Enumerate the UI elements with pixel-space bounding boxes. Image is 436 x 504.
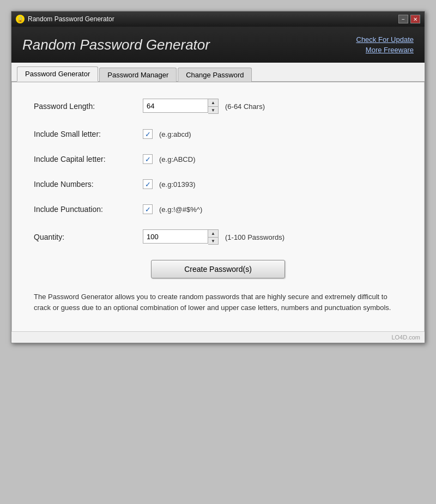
watermark-text: LO4D.com bbox=[391, 334, 420, 341]
password-length-down-button[interactable]: ▼ bbox=[208, 106, 218, 113]
numbers-control: (e.g:01393) bbox=[143, 179, 196, 189]
quantity-row: Quantity: ▲ ▼ (1-100 Passwords) bbox=[34, 229, 402, 245]
password-length-control: ▲ ▼ (6-64 Chars) bbox=[143, 99, 265, 114]
minimize-button[interactable]: − bbox=[398, 15, 408, 23]
password-length-label: Password Length: bbox=[34, 102, 143, 111]
tabs-bar: Password Generator Password Manager Chan… bbox=[11, 63, 425, 82]
header-area: Random Password Generator Check For Upda… bbox=[11, 27, 425, 63]
close-button[interactable]: ✕ bbox=[410, 15, 420, 23]
punctuation-hint: (e.g:!@#$%^) bbox=[159, 205, 202, 214]
small-letter-row: Include Small letter: (e.g:abcd) bbox=[34, 129, 402, 139]
password-length-spinner: ▲ ▼ bbox=[143, 99, 219, 114]
title-bar: 🔒 Random Password Generator − ✕ bbox=[11, 11, 425, 27]
app-icon: 🔒 bbox=[16, 15, 25, 23]
capital-letter-hint: (e.g:ABCD) bbox=[159, 155, 195, 163]
punctuation-control: (e.g:!@#$%^) bbox=[143, 204, 202, 214]
quantity-hint: (1-100 Passwords) bbox=[225, 233, 284, 241]
password-length-input[interactable] bbox=[143, 99, 208, 113]
tab-change-password[interactable]: Change Password bbox=[178, 68, 252, 82]
quantity-down-button[interactable]: ▼ bbox=[208, 237, 218, 244]
quantity-up-button[interactable]: ▲ bbox=[208, 230, 218, 237]
numbers-checkbox[interactable] bbox=[143, 179, 153, 189]
more-freeware-link[interactable]: More Freeware bbox=[366, 46, 414, 54]
capital-letter-label: Include Capital letter: bbox=[34, 155, 143, 163]
quantity-control: ▲ ▼ (1-100 Passwords) bbox=[143, 229, 284, 245]
content-area: Password Length: ▲ ▼ (6-64 Chars) Includ… bbox=[11, 82, 425, 332]
tab-password-generator[interactable]: Password Generator bbox=[17, 66, 98, 82]
main-window: 🔒 Random Password Generator − ✕ Random P… bbox=[11, 11, 425, 343]
description-text: The Password Generator allows you to cre… bbox=[34, 289, 402, 315]
title-bar-left: 🔒 Random Password Generator bbox=[16, 15, 114, 23]
numbers-label: Include Numbers: bbox=[34, 180, 143, 189]
app-title: Random Password Generator bbox=[22, 37, 210, 53]
quantity-spinner-buttons: ▲ ▼ bbox=[208, 229, 219, 245]
numbers-hint: (e.g:01393) bbox=[159, 180, 196, 189]
password-length-row: Password Length: ▲ ▼ (6-64 Chars) bbox=[34, 99, 402, 114]
numbers-row: Include Numbers: (e.g:01393) bbox=[34, 179, 402, 189]
password-length-spinner-buttons: ▲ ▼ bbox=[208, 99, 219, 114]
small-letter-hint: (e.g:abcd) bbox=[159, 130, 191, 138]
title-bar-controls: − ✕ bbox=[398, 15, 420, 23]
watermark-badge: LO4D.com bbox=[11, 332, 425, 343]
quantity-label: Quantity: bbox=[34, 233, 143, 241]
password-length-hint: (6-64 Chars) bbox=[225, 102, 265, 111]
punctuation-label: Include Punctuation: bbox=[34, 205, 143, 214]
password-length-up-button[interactable]: ▲ bbox=[208, 99, 218, 106]
small-letter-control: (e.g:abcd) bbox=[143, 129, 191, 139]
window-title: Random Password Generator bbox=[28, 15, 114, 23]
check-update-link[interactable]: Check For Update bbox=[356, 35, 414, 44]
quantity-input[interactable] bbox=[143, 229, 208, 244]
create-passwords-button[interactable]: Create Password(s) bbox=[151, 260, 285, 278]
tab-password-manager[interactable]: Password Manager bbox=[99, 68, 177, 82]
small-letter-checkbox[interactable] bbox=[143, 129, 153, 139]
capital-letter-control: (e.g:ABCD) bbox=[143, 154, 195, 164]
capital-letter-row: Include Capital letter: (e.g:ABCD) bbox=[34, 154, 402, 164]
capital-letter-checkbox[interactable] bbox=[143, 154, 153, 164]
punctuation-row: Include Punctuation: (e.g:!@#$%^) bbox=[34, 204, 402, 214]
small-letter-label: Include Small letter: bbox=[34, 130, 143, 138]
header-links: Check For Update More Freeware bbox=[356, 35, 414, 54]
quantity-spinner: ▲ ▼ bbox=[143, 229, 219, 245]
punctuation-checkbox[interactable] bbox=[143, 204, 153, 214]
